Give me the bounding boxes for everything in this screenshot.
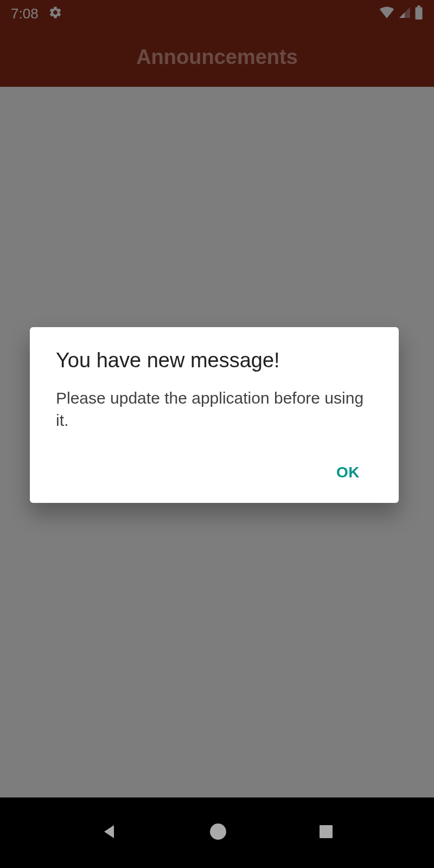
ok-button[interactable]: OK [323, 457, 373, 488]
dialog-title: You have new message! [56, 349, 373, 372]
recent-apps-icon[interactable] [317, 823, 335, 843]
status-right [379, 5, 423, 22]
back-icon[interactable] [99, 822, 119, 844]
wifi-icon [379, 6, 395, 21]
status-time: 7:08 [11, 5, 39, 22]
battery-icon [414, 5, 423, 22]
alert-dialog: You have new message! Please update the … [30, 327, 399, 503]
navigation-bar [0, 797, 434, 868]
dialog-message: Please update the application before usi… [56, 387, 373, 431]
svg-point-2 [210, 824, 226, 840]
svg-rect-1 [417, 5, 420, 7]
status-bar: 7:08 [0, 0, 434, 27]
settings-icon [48, 5, 62, 22]
cellular-signal-icon [398, 6, 411, 21]
app-bar: Announcements [0, 27, 434, 87]
page-title: Announcements [136, 46, 298, 69]
home-icon[interactable] [208, 822, 228, 844]
svg-rect-0 [416, 7, 423, 20]
dialog-actions: OK [56, 457, 373, 488]
svg-rect-3 [320, 825, 333, 838]
status-left: 7:08 [11, 5, 62, 22]
